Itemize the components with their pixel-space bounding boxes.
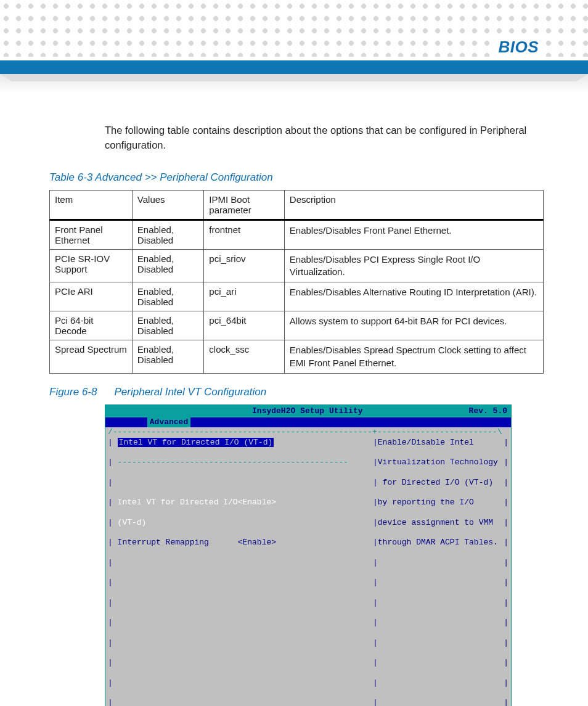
col-desc: Description: [284, 190, 543, 220]
cell-values: Enabled, Disabled: [132, 311, 204, 340]
bios-opt1-value[interactable]: <Enable>: [238, 498, 276, 507]
bios-help-line: by reporting the I/O: [378, 498, 504, 507]
bios-help-line: device assignment to VMM: [378, 518, 504, 528]
table-row: Pci 64-bit Decode Enabled, Disabled pci_…: [50, 311, 544, 340]
header-dot-band: BIOS: [0, 0, 588, 57]
bios-opt2-value[interactable]: <Enable>: [238, 538, 276, 547]
cell-values: Enabled, Disabled: [132, 340, 204, 374]
bios-opt1-sub: (VT-d): [118, 518, 147, 527]
peripheral-config-table: Item Values IPMI Boot parameter Descript…: [49, 190, 544, 374]
cell-ipmi: pci_64bit: [204, 311, 284, 340]
bios-help-line: Enable/Disable Intel: [378, 438, 504, 448]
bios-body: /---------------------------------------…: [105, 427, 511, 706]
table-row: PCIe ARI Enabled, Disabled pci_ari Enabl…: [50, 282, 544, 311]
cell-item: Spread Spectrum: [50, 340, 133, 374]
bios-help-line: for Directed I/O (VT-d): [378, 478, 504, 488]
bios-opt1-label[interactable]: Intel VT for Directed I/O: [118, 498, 238, 507]
cell-desc: Enables/Disables PCI Express Single Root…: [284, 249, 543, 282]
bios-title: InsydeH2O Setup Utility: [146, 406, 469, 416]
figure-number: Figure 6-8: [49, 386, 97, 398]
cell-ipmi: pci_sriov: [204, 249, 284, 282]
cell-values: Enabled, Disabled: [132, 249, 204, 282]
table-row: PCIe SR-IOV Support Enabled, Disabled pc…: [50, 249, 544, 282]
table-row: Spread Spectrum Enabled, Disabled clock_…: [50, 340, 544, 374]
col-values: Values: [132, 190, 204, 220]
bios-help-line: Virtualization Technology: [378, 458, 504, 467]
bios-help-line: through DMAR ACPI Tables.: [378, 538, 504, 548]
cell-ipmi: pci_ari: [204, 282, 284, 311]
cell-ipmi: clock_ssc: [204, 340, 284, 374]
cell-desc: Enables/Disables Alternative Routing ID …: [284, 282, 543, 311]
header-blue-bar: [0, 60, 588, 74]
table-caption: Table 6-3 Advanced >> Peripheral Configu…: [49, 171, 544, 184]
bios-opt2-label[interactable]: Interrupt Remapping: [118, 538, 209, 547]
cell-values: Enabled, Disabled: [132, 220, 204, 249]
cell-values: Enabled, Disabled: [132, 282, 204, 311]
bios-heading[interactable]: Intel VT for Directed I/O (VT-d): [118, 438, 274, 447]
cell-item: PCIe ARI: [50, 282, 133, 311]
cell-ipmi: frontnet: [204, 220, 284, 249]
table-header-row: Item Values IPMI Boot parameter Descript…: [50, 190, 544, 220]
cell-item: PCIe SR-IOV Support: [50, 249, 133, 282]
cell-desc: Enables/Disables Spread Spectrum Clock s…: [284, 340, 543, 374]
col-item: Item: [50, 190, 133, 220]
bios-title-bar: InsydeH2O Setup Utility Rev. 5.0: [105, 405, 511, 417]
cell-desc: Allows system to support 64-bit BAR for …: [284, 311, 543, 340]
figure-caption: Figure 6-8Peripheral Intel VT Configurat…: [49, 386, 544, 398]
bios-tab-advanced[interactable]: Advanced: [147, 417, 190, 427]
section-title: BIOS: [492, 38, 545, 57]
bios-terminal: InsydeH2O Setup Utility Rev. 5.0 .Advanc…: [105, 404, 512, 706]
bios-tab-bar: .Advanced: [105, 417, 511, 427]
intro-paragraph: The following table contains description…: [105, 123, 544, 153]
table-row: Front Panel Ethernet Enabled, Disabled f…: [50, 220, 544, 249]
bios-rev: Rev. 5.0: [469, 406, 507, 416]
col-ipmi: IPMI Boot parameter: [204, 190, 284, 220]
cell-item: Front Panel Ethernet: [50, 220, 133, 249]
cell-desc: Enables/Disables Front Panel Ethernet.: [284, 220, 543, 249]
header-bevel: [0, 74, 588, 92]
cell-item: Pci 64-bit Decode: [50, 311, 133, 340]
figure-title: Peripheral Intel VT Configuration: [114, 386, 266, 398]
